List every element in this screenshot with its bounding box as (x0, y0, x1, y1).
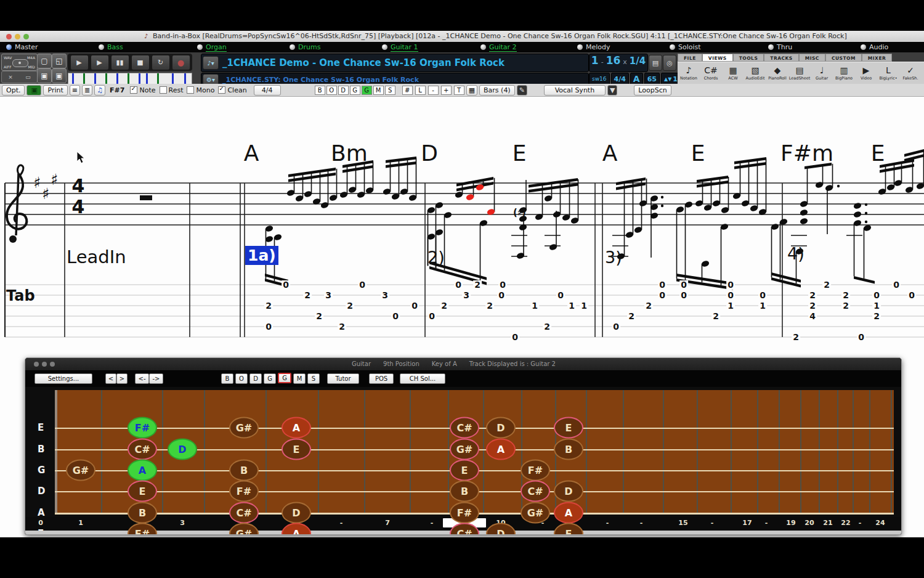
options-button[interactable]: Opt. (2, 85, 25, 96)
fretboard-note[interactable]: G# (450, 439, 479, 460)
chord-symbol[interactable]: A (244, 140, 259, 166)
tab-fret-number[interactable]: 2 (315, 312, 323, 321)
tab-fret-number[interactable]: 3 (324, 291, 333, 300)
fretboard-note[interactable]: G# (229, 417, 259, 439)
ribbon-tab[interactable]: MISC (799, 54, 825, 62)
ribbon-icon-button[interactable]: ◆PianoRoll (766, 62, 788, 84)
fretboard-titlebar[interactable]: Guitar9th PositionKey of ATrack Displaye… (25, 358, 901, 371)
ribbon-icon-button[interactable]: ▤LeadSheet (788, 62, 811, 84)
tab-fret-number[interactable]: 2 (872, 312, 881, 321)
fretboard[interactable]: EBGDAE F#G#AC#DEC#DEG#ABG#ABEF#EF#BC#DBC… (25, 388, 901, 517)
close-window-icon[interactable] (6, 34, 12, 39)
fretboard-note[interactable]: E (128, 481, 157, 502)
track-letter-button[interactable]: S (385, 86, 395, 95)
fretboard-note[interactable]: C# (450, 417, 479, 439)
fretboard-track-letter[interactable]: B (221, 373, 233, 384)
tab-fret-number[interactable]: 2 (543, 322, 551, 332)
song-menu-button[interactable]: ♪▾ (203, 56, 219, 70)
fretboard-note[interactable]: B (450, 481, 479, 502)
fret-number[interactable]: - (431, 519, 434, 527)
fretboard-note[interactable]: D (486, 417, 516, 439)
fret-number[interactable]: - (606, 519, 609, 527)
bar-number-marker[interactable]: 2) (428, 248, 445, 267)
chord-symbol[interactable]: E (513, 140, 527, 166)
tab-fret-number[interactable]: 0 (658, 280, 667, 290)
fretboard-note[interactable]: D (168, 439, 197, 460)
transport-button[interactable]: ▶ (91, 55, 109, 70)
bars-button[interactable]: Bars (4) (479, 85, 515, 96)
fretboard-track-letter[interactable]: D (249, 373, 262, 384)
fretboard-nav-button[interactable]: <- (135, 373, 149, 384)
chord-symbol[interactable]: A (602, 140, 618, 166)
format-aiff[interactable]: AIFF (4, 65, 12, 69)
fret-number[interactable]: - (340, 519, 343, 527)
track-button[interactable]: Master (6, 43, 38, 52)
file-button[interactable]: ▢ (37, 54, 52, 68)
tab-fret-number[interactable]: 2 (711, 312, 720, 321)
tab-fret-number[interactable]: 0 (907, 291, 916, 300)
tab-fret-number[interactable]: 1 (530, 301, 539, 311)
tab-fret-number[interactable]: 1 (872, 301, 881, 311)
fretboard-track-letter[interactable]: S (307, 373, 320, 384)
tab-fret-number[interactable]: 0 (282, 280, 290, 290)
tab-fret-number[interactable]: 4 (808, 312, 817, 321)
format-m4a[interactable]: M4A (27, 55, 35, 60)
ribbon-icon-button[interactable]: ▥BigPiano (833, 62, 855, 84)
tab-fret-number[interactable]: 0 (857, 333, 865, 342)
format-wav[interactable]: WAV (4, 55, 12, 60)
staff-view-icon[interactable]: ≡ (70, 85, 80, 96)
track-letter-button[interactable]: B (315, 86, 325, 95)
zoom-window-icon[interactable] (23, 34, 29, 39)
fret-number[interactable]: - (711, 519, 714, 527)
fretboard-note[interactable]: A (554, 502, 583, 524)
song-title[interactable]: _1CHANCE Demo - One Chance Sw-16 Organ F… (222, 57, 505, 68)
fretboard-note[interactable]: F# (229, 481, 259, 502)
file-button[interactable]: ◱ (52, 54, 67, 68)
tab-fret-number[interactable]: 0 (726, 280, 735, 290)
fretboard-note[interactable]: A (282, 417, 311, 439)
tab-fret-number[interactable]: 2 (822, 280, 831, 290)
small-button[interactable]: # (402, 86, 413, 95)
tab-fret-number[interactable]: 2 (485, 301, 494, 311)
fret-number[interactable]: 19 (786, 519, 795, 527)
fretboard-track-letter[interactable]: G (264, 373, 276, 384)
tab-fret-number[interactable]: 0 (556, 291, 565, 300)
fretboard-note[interactable]: D (282, 502, 311, 524)
format-mid[interactable]: MID (28, 65, 35, 69)
tab-fret-number[interactable]: 1 (567, 301, 576, 311)
file-button[interactable]: ▣ (52, 68, 67, 83)
small-button[interactable]: T (454, 86, 464, 95)
fret-number[interactable]: 15 (678, 519, 687, 527)
tab-fret-number[interactable]: 2 (473, 280, 482, 290)
mic-icon[interactable]: ▼ (607, 85, 617, 96)
fretboard-note[interactable]: A (486, 439, 516, 460)
tab-view-icon[interactable]: ≣ (82, 85, 92, 96)
track-button[interactable]: Thru (768, 43, 792, 52)
track-letter-button[interactable]: D (338, 86, 349, 95)
ribbon-icon-button[interactable]: LBigLyric• (877, 62, 899, 84)
fretboard-note[interactable]: B (128, 502, 157, 524)
track-button[interactable]: Audio (861, 43, 888, 52)
tab-fret-number[interactable]: 0 (498, 280, 507, 290)
tab-fret-number[interactable]: 3 (462, 291, 471, 300)
checkbox[interactable]: Mono (187, 86, 214, 94)
ribbon-tab[interactable]: VIEWS (702, 54, 733, 62)
tab-fret-number[interactable]: 2 (346, 301, 354, 311)
tab-fret-number[interactable]: 0 (511, 333, 519, 342)
transport-button[interactable]: ▶ (70, 55, 89, 70)
ribbon-icon-button[interactable]: ♪Notation (678, 62, 700, 84)
fretboard-note[interactable]: F# (521, 460, 550, 481)
ribbon-tab[interactable]: TOOLS (733, 54, 764, 62)
fret-number[interactable]: 1 (78, 519, 83, 527)
fretboard-nav-button[interactable]: > (116, 373, 128, 384)
chord-symbol[interactable]: D (421, 140, 438, 166)
ribbon-tab[interactable]: MIXER (862, 54, 892, 62)
tab-fret-number[interactable]: 2 (303, 291, 312, 300)
chord-symbol[interactable]: E (691, 140, 705, 166)
fretboard-note[interactable]: D (554, 481, 583, 502)
tab-fret-number[interactable]: 0 (454, 280, 463, 290)
zoom-window-icon[interactable] (50, 362, 55, 367)
format-sub-buttons[interactable]: ⨯▭ (1, 71, 38, 83)
tab-fret-number[interactable]: 2 (792, 333, 800, 342)
fret-number[interactable]: 20 (804, 519, 814, 527)
